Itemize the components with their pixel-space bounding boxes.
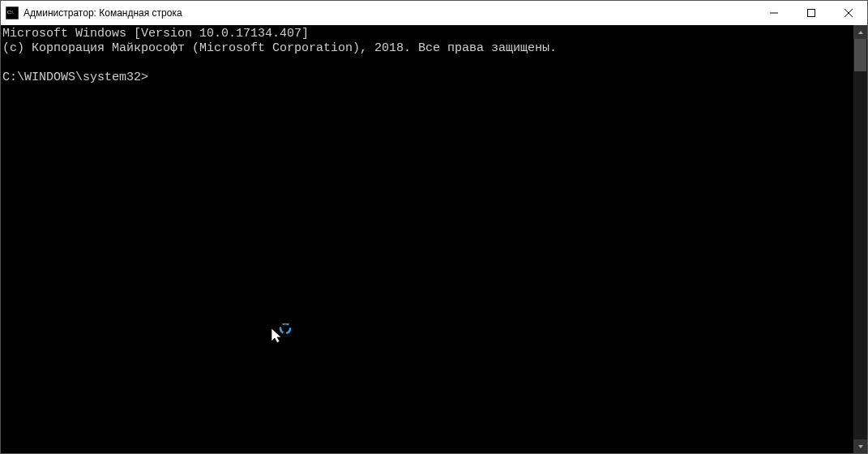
terminal-output[interactable]: Microsoft Windows [Version 10.0.17134.40… xyxy=(1,25,853,453)
scroll-thumb[interactable] xyxy=(854,39,866,71)
svg-line-4 xyxy=(844,9,853,17)
command-prompt-window: C:\ Администратор: Командная строка xyxy=(0,0,868,454)
svg-marker-9 xyxy=(858,445,863,448)
scroll-down-button[interactable] xyxy=(853,439,867,453)
vertical-scrollbar[interactable] xyxy=(853,25,867,453)
cmd-icon: C:\ xyxy=(6,6,19,19)
svg-point-7 xyxy=(280,323,290,333)
window-title: Администратор: Командная строка xyxy=(24,7,182,19)
svg-marker-6 xyxy=(272,328,281,343)
window-controls xyxy=(755,1,867,25)
maximize-button[interactable] xyxy=(793,1,830,25)
scroll-up-icon xyxy=(857,29,864,36)
terminal-area: Microsoft Windows [Version 10.0.17134.40… xyxy=(1,25,867,453)
titlebar-left: C:\ Администратор: Командная строка xyxy=(1,6,182,19)
busy-cursor-icon xyxy=(213,309,229,325)
scroll-up-button[interactable] xyxy=(853,25,867,39)
terminal-line: (c) Корпорация Майкрософт (Microsoft Cor… xyxy=(2,41,557,55)
scroll-down-icon xyxy=(857,443,864,450)
svg-text:C:\: C:\ xyxy=(7,10,14,15)
terminal-line: Microsoft Windows [Version 10.0.17134.40… xyxy=(2,27,309,41)
close-button[interactable] xyxy=(830,1,867,25)
titlebar[interactable]: C:\ Администратор: Командная строка xyxy=(1,1,867,25)
close-icon xyxy=(844,9,853,17)
minimize-button[interactable] xyxy=(755,1,793,25)
svg-line-5 xyxy=(844,9,853,17)
maximize-icon xyxy=(807,9,815,17)
svg-marker-8 xyxy=(858,31,863,34)
svg-rect-3 xyxy=(808,10,815,17)
minimize-icon xyxy=(770,9,778,17)
terminal-prompt: C:\WINDOWS\system32> xyxy=(2,71,148,84)
